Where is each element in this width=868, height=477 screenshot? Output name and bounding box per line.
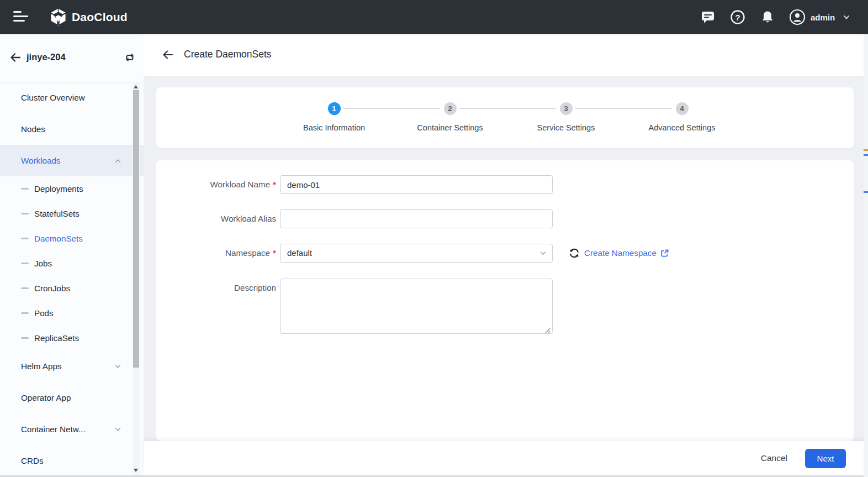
sidebar-item-statefulsets[interactable]: StatefulSets (0, 201, 144, 226)
description-textarea[interactable] (280, 279, 553, 334)
step-number: 4 (676, 102, 689, 115)
sidebar-item-label: Helm Apps (21, 361, 61, 371)
sidebar-item-helm-apps[interactable]: Helm Apps (0, 350, 144, 382)
scroll-down-icon[interactable] (134, 469, 138, 472)
sidebar-item-daemonsets[interactable]: DaemonSets (0, 226, 144, 251)
topbar: DaoCloud ? (0, 0, 868, 34)
page-header: Create DaemonSets (144, 34, 868, 76)
step-3[interactable]: 3Service Settings (508, 102, 624, 132)
chat-icon (700, 9, 716, 25)
step-label: Container Settings (392, 123, 508, 132)
chevron-down-icon (114, 363, 121, 370)
sidebar-item-label: Deployments (34, 184, 83, 193)
sidebar-item-cronjobs[interactable]: CronJobs (0, 276, 144, 301)
scrollbar-mark (864, 149, 868, 151)
cancel-button[interactable]: Cancel (751, 449, 797, 468)
sidebar-item-label: StatefulSets (34, 209, 80, 218)
page-scrollbar[interactable] (864, 34, 868, 477)
sidebar-item-container-netw[interactable]: Container Netw... (0, 413, 144, 445)
refresh-namespaces-button[interactable] (568, 247, 580, 259)
chevron-down-icon (114, 426, 121, 433)
app-window: DaoCloud ? (0, 0, 868, 477)
sidebar-item-label: CronJobs (34, 284, 70, 293)
sidebar-scrollbar[interactable] (133, 82, 140, 477)
required-asterisk: * (273, 248, 276, 258)
scroll-up-icon[interactable] (134, 85, 138, 88)
sidebar-nav: Cluster OverviewNodesWorkloadsDeployment… (0, 82, 144, 477)
description-field-wrap (280, 279, 553, 334)
step-label: Service Settings (508, 123, 624, 132)
user-menu[interactable]: admin (789, 0, 850, 34)
step-2[interactable]: 2Container Settings (392, 102, 508, 132)
dash-icon (21, 312, 29, 314)
sidebar-item-replicasets[interactable]: ReplicaSets (0, 326, 144, 350)
step-4[interactable]: 4Advanced Settings (624, 102, 740, 132)
workload-name-input[interactable] (280, 175, 553, 194)
sidebar-item-nodes[interactable]: Nodes (0, 113, 144, 145)
workload-alias-input[interactable] (280, 209, 553, 228)
avatar-icon (789, 9, 806, 25)
resize-handle[interactable] (544, 326, 551, 332)
step-number: 2 (444, 102, 457, 115)
chevron-up-icon (114, 157, 121, 164)
sidebar-item-label: ReplicaSets (34, 333, 79, 343)
sidebar-item-label: Workloads (21, 156, 60, 165)
page-title: Create DaemonSets (184, 49, 272, 60)
stepper: 1Basic Information2Container Settings3Se… (276, 102, 740, 132)
dash-icon (21, 263, 29, 264)
step-number: 3 (560, 102, 573, 115)
step-1[interactable]: 1Basic Information (276, 102, 392, 132)
sidebar-item-jobs[interactable]: Jobs (0, 251, 144, 276)
caret-down-icon (843, 13, 850, 21)
stepper-card: 1Basic Information2Container Settings3Se… (156, 87, 854, 148)
workload-name-label: Workload Name* (156, 175, 276, 194)
required-asterisk: * (273, 180, 276, 189)
sidebar-item-cluster-overview[interactable]: Cluster Overview (0, 82, 144, 113)
sidebar-item-label: Jobs (34, 259, 52, 268)
sidebar-header: jinye-204 (0, 34, 144, 82)
switch-cluster-button[interactable] (124, 51, 136, 64)
refresh-icon (568, 247, 580, 259)
dash-icon (21, 287, 29, 289)
sidebar-item-label: Operator App (21, 393, 71, 402)
sidebar-item-pods[interactable]: Pods (0, 301, 144, 326)
scrollbar-mark (864, 191, 868, 193)
form-card: Workload Name* Workload Alias* Namespace… (156, 160, 854, 441)
sidebar-item-label: Container Netw... (21, 424, 86, 434)
daocloud-logo-icon (50, 8, 67, 27)
help-button[interactable]: ? (730, 9, 745, 25)
sidebar-item-crds[interactable]: CRDs (0, 445, 144, 476)
sidebar-item-operator-app[interactable]: Operator App (0, 382, 144, 413)
namespace-select-value: default (287, 248, 312, 258)
brand-logo[interactable]: DaoCloud (50, 0, 128, 34)
chat-button[interactable] (700, 9, 716, 25)
hamburger-menu-button[interactable] (13, 11, 29, 23)
sidebar-item-workloads[interactable]: Workloads (0, 145, 144, 176)
sidebar-item-label: CRDs (21, 456, 44, 465)
description-label: Description* (156, 279, 276, 297)
namespace-label: Namespace* (156, 244, 276, 263)
brand-name: DaoCloud (72, 11, 128, 24)
page-back-button[interactable] (162, 49, 174, 61)
dash-icon (21, 188, 29, 190)
user-name: admin (811, 13, 835, 22)
notifications-button[interactable] (760, 9, 775, 25)
sidebar-item-label: Cluster Overview (21, 93, 85, 102)
namespace-select[interactable]: default (280, 244, 553, 263)
sidebar-item-deployments[interactable]: Deployments (0, 176, 144, 201)
cluster-back-button[interactable] (9, 51, 22, 64)
workload-alias-label: Workload Alias* (156, 209, 276, 228)
svg-text:?: ? (735, 13, 740, 22)
form-footer: Cancel Next (144, 441, 868, 475)
next-button[interactable]: Next (805, 449, 846, 468)
swap-icon (124, 51, 136, 64)
dash-icon (21, 238, 29, 239)
step-label: Advanced Settings (624, 123, 740, 132)
sidebar-scrollbar-thumb[interactable] (133, 90, 139, 368)
sidebar-item-label: Pods (34, 308, 54, 318)
create-namespace-link[interactable]: Create Namespace (584, 244, 669, 263)
dash-icon (21, 213, 29, 214)
sidebar-item-label: Nodes (21, 124, 45, 134)
chevron-down-icon (539, 250, 547, 257)
bell-icon (760, 9, 775, 25)
